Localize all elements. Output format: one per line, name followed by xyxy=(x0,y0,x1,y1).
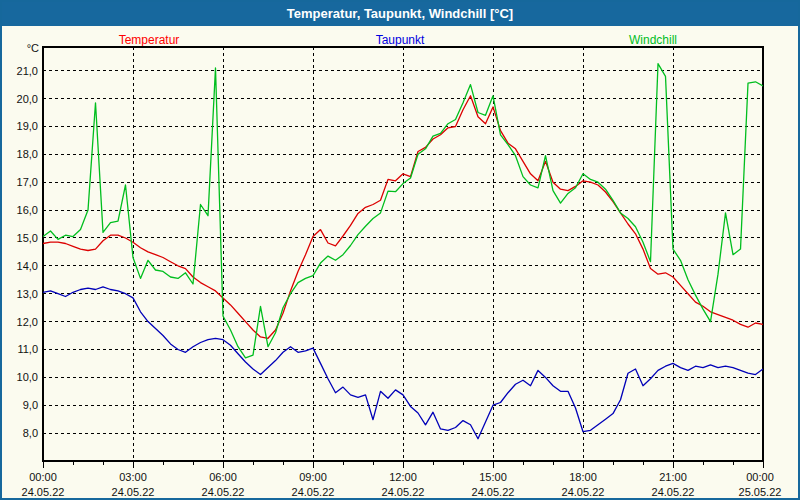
y-tick-label: 20,0 xyxy=(17,93,38,105)
x-tick-date-label: 24.05.22 xyxy=(22,486,65,498)
x-tick-date-label: 24.05.22 xyxy=(652,486,695,498)
x-tick-time-label: 03:00 xyxy=(119,471,147,483)
y-tick-label: 8,0 xyxy=(23,427,38,439)
x-tick-date-label: 24.05.22 xyxy=(472,486,515,498)
legend-item-windchill: Windchill xyxy=(629,33,677,47)
x-tick-time-label: 21:00 xyxy=(659,471,687,483)
x-tick-time-label: 18:00 xyxy=(569,471,597,483)
x-tick-date-label: 24.05.22 xyxy=(292,486,335,498)
y-tick-label: 17,0 xyxy=(17,176,38,188)
y-tick-label: 16,0 xyxy=(17,204,38,216)
x-tick-date-label: 25.05.22 xyxy=(739,486,782,498)
y-tick-label: 10,0 xyxy=(17,371,38,383)
y-tick-label: 11,0 xyxy=(17,343,38,355)
window-titlebar: Temperatur, Taupunkt, Windchill [°C] xyxy=(2,2,798,26)
y-tick-label: 13,0 xyxy=(17,288,38,300)
y-tick-label: 12,0 xyxy=(17,316,38,328)
legend-item-temperatur: Temperatur xyxy=(119,33,180,47)
x-tick-date-label: 24.05.22 xyxy=(562,486,605,498)
y-tick-label: 15,0 xyxy=(17,232,38,244)
y-tick-label: 21,0 xyxy=(17,65,38,77)
chart-canvas: TemperaturTaupunktWindchill °C21,020,019… xyxy=(4,28,800,500)
x-tick-time-label: 00:00 xyxy=(29,471,57,483)
x-tick-time-label: 00:00 xyxy=(746,471,774,483)
y-tick-label: 19,0 xyxy=(17,120,38,132)
y-tick-label: 14,0 xyxy=(17,260,38,272)
y-axis-unit-label: °C xyxy=(27,42,39,54)
legend-item-taupunkt: Taupunkt xyxy=(376,33,425,47)
x-tick-time-label: 15:00 xyxy=(479,471,507,483)
app-window: Temperatur, Taupunkt, Windchill [°C] Tem… xyxy=(0,0,800,500)
y-tick-label: 18,0 xyxy=(17,148,38,160)
x-tick-time-label: 12:00 xyxy=(389,471,417,483)
x-tick-date-label: 24.05.22 xyxy=(382,486,425,498)
x-tick-time-label: 06:00 xyxy=(209,471,237,483)
window-title: Temperatur, Taupunkt, Windchill [°C] xyxy=(287,6,513,21)
x-tick-date-label: 24.05.22 xyxy=(202,486,245,498)
x-tick-date-label: 24.05.22 xyxy=(112,486,155,498)
y-tick-label: 9,0 xyxy=(23,399,38,411)
chart-gridlines xyxy=(43,47,763,461)
chart-legend: TemperaturTaupunktWindchill xyxy=(119,33,677,47)
x-tick-time-label: 09:00 xyxy=(299,471,327,483)
